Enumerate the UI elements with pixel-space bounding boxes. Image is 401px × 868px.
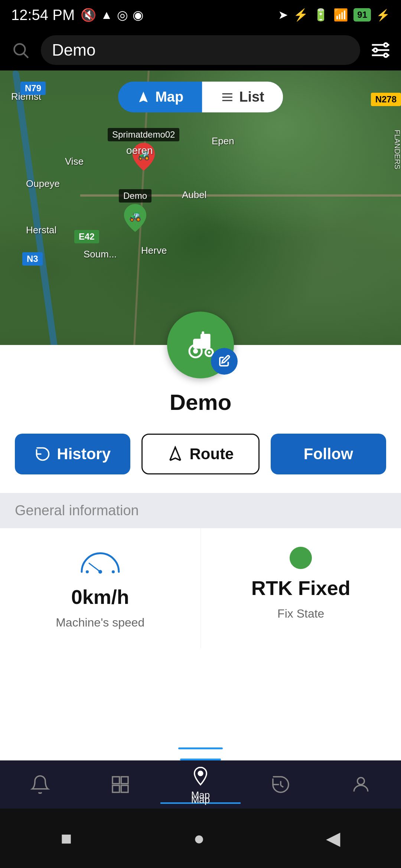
map-label-herve: Herve <box>141 245 167 256</box>
svg-rect-29 <box>113 785 120 792</box>
map-terrain <box>0 70 401 352</box>
svg-point-31 <box>198 771 203 776</box>
map-label-aubel: Aubel <box>182 189 207 201</box>
map-label-epen: Epen <box>212 135 234 147</box>
search-button[interactable] <box>7 37 33 63</box>
status-icons-right: ➤ ⚡ 🔋 📶 91 ⚡ <box>278 8 390 22</box>
list-tab[interactable]: List <box>202 82 283 112</box>
nav-item-notifications[interactable] <box>0 774 80 795</box>
filter-button[interactable] <box>368 37 394 63</box>
svg-rect-22 <box>202 331 204 336</box>
map-badge-n278: N278 <box>371 93 401 106</box>
map-tab[interactable]: Map <box>118 82 202 112</box>
nav-item-shapes[interactable] <box>80 774 160 795</box>
svg-rect-27 <box>113 777 120 784</box>
map-label-voeren: oeren <box>126 145 153 157</box>
svg-point-4 <box>384 53 387 57</box>
history-button-label: History <box>57 445 111 463</box>
svg-rect-30 <box>121 785 128 792</box>
search-bar: Demo <box>0 30 401 70</box>
map-label-oupeye: Oupeye <box>26 178 60 190</box>
follow-button[interactable]: Follow <box>271 434 386 474</box>
tractor-avatar[interactable] <box>167 312 234 378</box>
marker-label-sprimatdemo02: Sprimatdemo02 <box>108 128 179 141</box>
nav-item-profile[interactable] <box>321 774 401 795</box>
bluetooth-icon: ⚡ <box>293 8 308 22</box>
svg-line-24 <box>89 563 100 572</box>
location-arrow-icon: ➤ <box>278 8 288 22</box>
status-icons-left: 🔇 ▲ ◎ ◉ <box>81 7 144 22</box>
svg-rect-28 <box>121 777 128 784</box>
svg-point-21 <box>208 351 211 354</box>
svg-point-25 <box>86 571 89 573</box>
svg-point-19 <box>193 349 198 354</box>
svg-text:🚜: 🚜 <box>129 210 141 222</box>
nav-active-indicator <box>178 747 223 749</box>
route-button[interactable]: Route <box>141 434 259 474</box>
status-bar: 12:54 PM 🔇 ▲ ◎ ◉ ➤ ⚡ 🔋 📶 91 ⚡ <box>0 0 401 30</box>
marker-demo[interactable]: Demo 🚜 <box>119 189 151 230</box>
rtk-card: RTK Fixed Fix State <box>201 528 401 648</box>
search-input-box[interactable]: Demo <box>41 35 360 65</box>
map-list-toggle[interactable]: Map List <box>118 82 283 112</box>
battery-outline-icon: 🔋 <box>313 8 328 22</box>
android-nav-bar: ■ ● ◀ <box>0 809 401 868</box>
speedometer-icon <box>78 547 123 578</box>
edit-badge[interactable] <box>211 348 238 375</box>
navigation-icon: ▲ <box>101 8 113 22</box>
map-background: Riemst Gulpen Vise Oupeye Aubel Herstal … <box>0 70 401 352</box>
android-home-button[interactable]: ● <box>193 828 205 849</box>
android-back-button[interactable]: ◀ <box>326 828 340 849</box>
map-label-vise: Vise <box>65 156 84 167</box>
rtk-status-dot <box>290 547 312 569</box>
search-value[interactable]: Demo <box>52 41 95 59</box>
nav-map-text: Map <box>191 794 210 806</box>
circle-icon: ◉ <box>133 7 144 22</box>
svg-line-1 <box>24 53 28 57</box>
svg-point-26 <box>112 571 115 573</box>
android-stop-button[interactable]: ■ <box>61 828 72 849</box>
mute-icon: 🔇 <box>81 7 96 22</box>
speed-card: 0km/h Machine's speed <box>0 528 201 648</box>
map-tab-label: Map <box>155 89 183 105</box>
charging-icon: ⚡ <box>376 9 390 22</box>
svg-point-3 <box>374 48 377 52</box>
general-info-title: General information <box>15 503 139 518</box>
marker-label-demo: Demo <box>119 189 151 203</box>
device-name: Demo <box>0 389 401 415</box>
history-button[interactable]: History <box>15 434 130 474</box>
action-buttons: History Route Follow <box>15 434 386 474</box>
battery-level: 91 <box>353 8 371 22</box>
map-badge-n3: N3 <box>22 252 43 266</box>
svg-point-2 <box>384 43 387 46</box>
speed-label: Machine's speed <box>56 616 144 629</box>
rtk-value: RTK Fixed <box>251 576 351 599</box>
map-label-soum: Soum... <box>84 249 117 260</box>
info-cards: 0km/h Machine's speed RTK Fixed Fix Stat… <box>0 528 401 648</box>
follow-button-label: Follow <box>304 445 353 463</box>
svg-point-0 <box>14 44 25 55</box>
rtk-label: Fix State <box>277 607 324 621</box>
map-label-herstal: Herstal <box>26 224 56 236</box>
marker-pin-demo: 🚜 <box>124 204 146 230</box>
map-area[interactable]: Riemst Gulpen Vise Oupeye Aubel Herstal … <box>0 70 401 352</box>
status-time: 12:54 PM <box>11 7 75 23</box>
speed-value: 0km/h <box>71 585 129 608</box>
map-badge-n79: N79 <box>20 82 46 95</box>
svg-line-33 <box>281 785 283 787</box>
wifi-icon: 📶 <box>333 8 348 22</box>
map-label-flanders: FLANDERS <box>393 130 401 170</box>
target-icon: ◎ <box>117 7 128 22</box>
route-button-label: Route <box>189 445 234 463</box>
nav-item-history[interactable] <box>241 774 321 795</box>
nav-active-underline <box>180 759 221 760</box>
list-tab-label: List <box>239 89 264 105</box>
status-left: 12:54 PM 🔇 ▲ ◎ ◉ <box>11 7 144 23</box>
svg-point-34 <box>358 777 365 785</box>
general-info-header: General information <box>0 493 401 528</box>
map-badge-e42: E42 <box>74 230 99 243</box>
